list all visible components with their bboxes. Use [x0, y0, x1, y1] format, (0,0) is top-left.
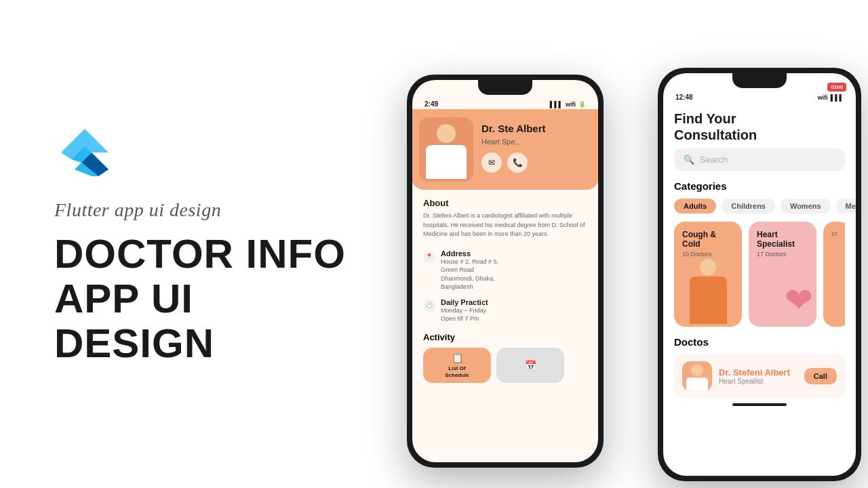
tab-adults[interactable]: Adults	[674, 199, 716, 214]
about-text: Dr. Stefeni Albert is a cardiologist aff…	[412, 211, 598, 239]
category-tabs: Adults Childrens Womens Mens	[674, 199, 845, 214]
page-title-line2: Consultation	[674, 127, 845, 143]
tab-womens[interactable]: Womens	[781, 199, 831, 214]
left-section: Flutter app ui design DOCTOR INFO APP UI…	[0, 0, 393, 488]
front-notch	[732, 73, 787, 88]
doctor-header: Dr. Ste Albert Heart Spe... ✉ 📞	[412, 109, 598, 190]
doc-head	[437, 124, 456, 143]
back-notch	[478, 80, 532, 95]
activity-btn2[interactable]: 📅	[496, 348, 564, 383]
address-row: 📍 Address House # 2, Road # 5,Green Road…	[412, 246, 598, 295]
wifi-icon: wifi	[566, 101, 576, 108]
doctors-title: Doctos	[674, 336, 845, 348]
wifi-icon-front: wifi	[818, 94, 828, 101]
card3-label: 27	[831, 230, 837, 237]
doctor-info-back: Dr. Ste Albert Heart Spe... ✉ 📞	[481, 117, 545, 173]
doctor-info-small: Dr. Stefeni Albert Heart Speailist	[719, 367, 797, 385]
card-cough-cold[interactable]: Cough &Cold 10 Doctors	[674, 222, 742, 327]
phone-back: 2:49 ▌▌▌ wifi 🔋 Dr. Ste Albert Hea	[407, 75, 604, 468]
signal-icon: ▌▌▌	[550, 101, 563, 108]
phone-front-screen: 12:48 wifi ▌▌▌ 0100 Find Your Consultati…	[663, 73, 856, 476]
front-status-time: 12:48	[675, 94, 693, 101]
page-title: Find Your Consultation	[663, 104, 856, 148]
activity-title: Activity	[423, 332, 587, 342]
title-line2: APP UI DESIGN	[54, 277, 353, 366]
person-head-1	[700, 259, 716, 275]
title-line1: DOCTOR INFO	[54, 232, 353, 277]
back-status-time: 2:49	[425, 100, 438, 108]
front-status-bar: 12:48 wifi ▌▌▌ 0100	[663, 88, 856, 104]
card2-name: HeartSpecialist	[757, 230, 795, 249]
categories-section: Categories Adults Childrens Womens Mens …	[663, 180, 856, 327]
phone-front: 12:48 wifi ▌▌▌ 0100 Find Your Consultati…	[658, 68, 861, 481]
activity-icon2: 📅	[525, 360, 536, 371]
card-3[interactable]: 27	[823, 222, 845, 327]
address-detail: House # 2, Road # 5,Green RoadDhanmondi,…	[441, 258, 498, 291]
doctor-figure	[425, 124, 469, 182]
avatar-body	[686, 378, 708, 391]
page-title-line1: Find Your	[674, 110, 845, 127]
back-doctor-name: Dr. Ste Albert	[481, 123, 545, 135]
phone-icon[interactable]: 📞	[507, 152, 528, 173]
card-heart-specialist[interactable]: HeartSpecialist 17 Doctors ❤	[749, 222, 816, 327]
doctor-specialty-small: Heart Speailist	[719, 378, 797, 385]
practice-content: Daily Practict Monday – FridayOpen till …	[441, 298, 488, 323]
card2-image: ❤	[749, 252, 816, 327]
subtitle-text: Flutter app ui design	[54, 199, 353, 221]
main-title: DOCTOR INFO APP UI DESIGN	[54, 232, 353, 366]
address-content: Address House # 2, Road # 5,Green RoadDh…	[441, 249, 498, 291]
call-button[interactable]: Call	[804, 368, 837, 384]
back-status-icons: ▌▌▌ wifi 🔋	[550, 101, 586, 108]
practice-detail: Monday – FridayOpen till 7 Pm	[441, 306, 488, 323]
phones-section: 2:49 ▌▌▌ wifi 🔋 Dr. Ste Albert Hea	[393, 0, 868, 488]
schedule-label: List OfSchedule	[445, 365, 469, 378]
signal-icon-front: ▌▌▌	[831, 94, 844, 101]
location-icon: 📍	[423, 251, 435, 263]
schedule-button[interactable]: 📋 List OfSchedule	[423, 348, 491, 383]
badge: 0100	[827, 83, 846, 92]
search-icon: 🔍	[684, 155, 694, 165]
about-title: About	[412, 198, 598, 208]
schedule-icon: 📋	[452, 352, 463, 363]
doc-body	[426, 145, 467, 179]
search-placeholder: Search	[700, 155, 728, 165]
doctor-name-small: Dr. Stefeni Albert	[719, 367, 797, 378]
doctor-avatar-small	[682, 361, 712, 391]
contact-icons: ✉ 📞	[481, 152, 545, 173]
practice-row: 🕐 Daily Practict Monday – FridayOpen til…	[412, 295, 598, 327]
doctor-avatar-back	[419, 117, 473, 182]
card1-image	[674, 252, 742, 327]
front-status-icons: wifi ▌▌▌ 0100	[818, 94, 844, 101]
clock-icon: 🕐	[423, 300, 435, 312]
doctors-section: Doctos Dr. Stefeni Albert Heart Speailis…	[663, 336, 856, 398]
card3-count: 27	[831, 231, 837, 237]
activity-buttons: 📋 List OfSchedule 📅	[423, 348, 587, 383]
category-cards: Cough &Cold 10 Doctors	[674, 222, 845, 327]
home-indicator	[732, 403, 787, 406]
avatar-figure	[686, 364, 709, 391]
card1-name: Cough &Cold	[682, 230, 716, 249]
back-status-bar: 2:49 ▌▌▌ wifi 🔋	[412, 95, 598, 110]
practice-label: Daily Practict	[441, 298, 488, 306]
categories-title: Categories	[674, 180, 845, 192]
avatar-head	[691, 364, 703, 376]
doctor-card: Dr. Stefeni Albert Heart Speailist Call	[674, 354, 845, 398]
card1-person	[684, 259, 732, 327]
flutter-logo	[54, 122, 353, 199]
person-body-1	[690, 277, 727, 324]
battery-icon: 🔋	[578, 101, 586, 108]
search-bar[interactable]: 🔍 Search	[674, 148, 845, 171]
address-label: Address	[441, 249, 498, 258]
heart-icon: ❤	[785, 281, 813, 320]
message-icon[interactable]: ✉	[481, 152, 502, 173]
tab-mens[interactable]: Mens	[836, 199, 856, 214]
tab-childrens[interactable]: Childrens	[722, 199, 775, 214]
back-doctor-specialty: Heart Spe...	[481, 138, 545, 146]
activity-section: Activity 📋 List OfSchedule 📅	[412, 327, 598, 388]
phone-back-screen: 2:49 ▌▌▌ wifi 🔋 Dr. Ste Albert Hea	[412, 80, 598, 462]
